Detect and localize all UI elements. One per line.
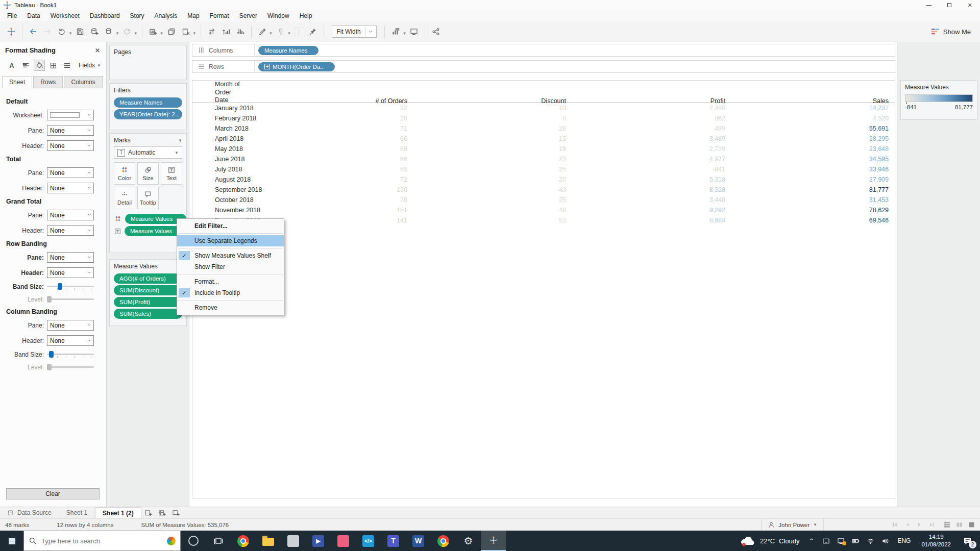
table-cell[interactable]: 81,777 [725,185,889,195]
redo-button[interactable] [56,24,68,39]
sheet-tab-sheet-1-2-[interactable]: Sheet 1 (2) [95,507,141,518]
cast-screen-icon[interactable] [836,536,845,545]
view-filmstrip-button[interactable] [954,521,964,529]
menu-format[interactable]: Format [205,10,234,21]
row-header-month[interactable]: March 2018 [192,123,340,134]
back-button[interactable] [27,24,39,39]
row-header-month[interactable]: October 2018 [192,195,340,205]
columns-shelf[interactable]: Columns Measure Names [192,44,895,57]
refresh-data-button[interactable] [103,24,115,39]
table-cell[interactable]: 69 [340,144,407,154]
save-button[interactable] [74,24,86,39]
table-cell[interactable]: 25 [407,195,566,205]
nav-last-button[interactable] [927,521,936,529]
taskbar-app-file-explorer[interactable] [256,531,281,551]
table-cell[interactable]: 5,318 [566,174,725,185]
menu-story[interactable]: Story [125,10,150,21]
menu-item-edit-filter[interactable]: Edit Filter... [177,220,284,232]
table-cell[interactable]: 2,739 [566,144,725,154]
level-slider[interactable] [47,363,94,371]
clear-button[interactable]: Clear [6,488,100,499]
marks-button-detail[interactable]: Detail [114,187,135,209]
table-cell[interactable]: 2,450 [566,103,725,113]
minimize-button[interactable] [919,0,939,10]
sort-descending-button[interactable] [234,24,247,39]
view-grid-button[interactable] [942,521,951,529]
table-cell[interactable]: 141 [340,215,407,226]
taskbar-app-browser[interactable] [431,531,456,551]
clear-sheet-button[interactable] [180,24,192,39]
menu-item-show-filter[interactable]: Show Filter [177,261,284,272]
taskbar-app-vscode[interactable]: </> [356,531,381,551]
row-header-month[interactable]: November 2018 [192,205,340,215]
menu-analysis[interactable]: Analysis [150,10,183,21]
taskbar-app-design-app[interactable] [331,531,356,551]
start-button[interactable] [0,531,23,551]
table-cell[interactable]: 15 [407,134,566,144]
table-cell[interactable]: -841 [566,164,725,174]
menu-map[interactable]: Map [182,10,204,21]
row-header-month[interactable]: April 2018 [192,134,340,144]
taskbar-search[interactable] [23,531,181,551]
table-cell[interactable]: 27,909 [725,174,889,185]
menu-file[interactable]: File [2,10,22,21]
table-cell[interactable]: 20 [407,174,566,185]
table-cell[interactable]: 10 [407,103,566,113]
tablet-mode-icon[interactable] [821,536,830,545]
legend-gradient[interactable] [905,94,973,102]
taskbar-app-task-view[interactable] [206,531,231,551]
row-header-month[interactable]: July 2018 [192,164,340,174]
format-tab-sheet[interactable]: Sheet [2,76,32,88]
table-cell[interactable]: 4,977 [566,154,725,164]
table-cell[interactable]: 28,295 [725,134,889,144]
format-select[interactable]: None [47,267,94,278]
row-header-month[interactable]: February 2018 [192,113,340,123]
format-select[interactable]: None [47,167,94,178]
table-cell[interactable]: 48 [407,205,566,215]
bandsize-slider[interactable] [47,283,94,291]
table-cell[interactable]: 71 [340,123,407,134]
menu-item-show-measure-values-shelf[interactable]: ✓Show Measure Values Shelf [177,250,284,261]
bandsize-slider[interactable] [47,350,94,359]
search-highlights-icon[interactable] [167,537,176,545]
table-cell[interactable]: 151 [340,205,407,215]
menu-window[interactable]: Window [262,10,295,21]
row-header-month[interactable]: June 2018 [192,154,340,164]
table-cell[interactable]: 3,489 [566,134,725,144]
tableau-logo-button[interactable] [5,24,17,39]
new-dashboard-tab-button[interactable] [155,507,169,518]
menu-item-use-separate-legends[interactable]: Use Separate Legends [177,235,284,246]
format-select[interactable]: None [47,225,94,236]
table-cell[interactable]: 9,292 [566,205,725,215]
format-select[interactable]: None [47,335,94,346]
slider-thumb[interactable] [47,364,52,370]
table-cell[interactable]: 66 [340,134,407,144]
table-cell[interactable]: 14,237 [725,103,889,113]
format-tool-alignment[interactable] [20,60,31,71]
rows-shelf-pill[interactable]: MONTH(Order Da.. [258,62,335,71]
table-cell[interactable]: 65 [340,164,407,174]
battery-icon[interactable] [851,536,860,545]
taskbar-app-teams[interactable]: T [381,531,406,551]
new-worksheet-button[interactable] [147,24,159,39]
measure-pill[interactable]: SUM(Profit) [114,297,182,307]
show-me-button[interactable]: Show Me [928,26,974,38]
table-cell[interactable]: 32 [340,103,407,113]
measure-values-legend[interactable]: Measure Values -841 81,777 [900,80,977,120]
highlighter-button[interactable] [256,24,268,39]
level-slider[interactable] [47,295,94,304]
format-select[interactable]: None [47,140,94,151]
table-cell[interactable]: 8,328 [566,185,725,195]
table-cell[interactable]: 78,629 [725,205,889,215]
menu-server[interactable]: Server [234,10,262,21]
format-tool-font[interactable]: A [6,60,17,71]
marks-button-size[interactable]: Size [137,162,159,185]
taskbar-app-tableau[interactable] [481,531,506,551]
format-select[interactable]: None [47,210,94,220]
table-cell[interactable]: 66 [340,154,407,164]
format-tool-shading[interactable] [34,60,45,71]
clock[interactable]: 14:19 01/09/2022 [918,533,954,548]
slider-thumb[interactable] [58,283,62,290]
table-cell[interactable]: 28 [340,113,407,123]
marks-card[interactable]: Marks ▼ T Automatic ▼ ColorSizeTextDetai… [109,133,187,253]
